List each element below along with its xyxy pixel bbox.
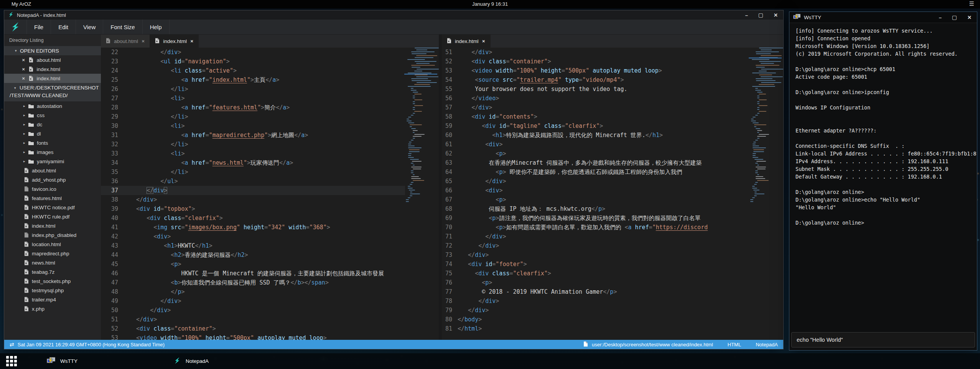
code-line-48[interactable]: 48 </p>	[101, 287, 405, 296]
editor-tab-index.html[interactable]: index.html ✕	[150, 35, 199, 48]
maximize-icon[interactable]: ▢	[758, 12, 763, 18]
line-number[interactable]: 28	[101, 103, 124, 112]
line-number[interactable]: 39	[101, 204, 124, 213]
file-item[interactable]: trailer.mp4	[4, 295, 101, 304]
line-number[interactable]: 56	[442, 94, 455, 103]
folder-item-css[interactable]: ▸ css	[4, 111, 101, 120]
file-item[interactable]: test_sockets.php	[4, 276, 101, 286]
line-number[interactable]: 62	[442, 149, 455, 158]
code-line-62[interactable]: 62 <p>	[442, 149, 749, 158]
file-item[interactable]: favicon.ico	[4, 184, 101, 194]
file-item[interactable]: location.html	[4, 240, 101, 249]
code-line-44[interactable]: 44 <h2>香港的建築伺服器</h2>	[101, 250, 405, 260]
code-line-69[interactable]: 69 <p>請注意，我們的伺服器為確保玩家及遊玩時的質素，我們對的服器開啟了白名…	[442, 213, 749, 223]
menu-item-view[interactable]: View	[76, 20, 103, 34]
line-number[interactable]: 45	[101, 260, 124, 269]
minimize-icon[interactable]: –	[939, 15, 942, 20]
code-line-78[interactable]: 78 </div>	[442, 296, 749, 306]
code-line-54[interactable]: 54 <source src="trailer.mp4" type="video…	[442, 75, 749, 84]
line-number[interactable]: 25	[101, 75, 124, 84]
line-number[interactable]: 48	[101, 287, 124, 296]
folder-item-dc[interactable]: ▸ dc	[4, 120, 101, 129]
line-number[interactable]: 57	[442, 103, 455, 112]
line-number[interactable]: 42	[101, 232, 124, 241]
folder-item-dl[interactable]: ▸ dl	[4, 129, 101, 138]
line-number[interactable]: 77	[442, 287, 455, 296]
section-open-editors[interactable]: ▾ OPEN EDITORS	[4, 46, 101, 55]
line-number[interactable]: 53	[442, 66, 455, 75]
code-line-57[interactable]: 57 </div>	[442, 103, 749, 112]
line-number[interactable]: 41	[101, 223, 124, 232]
line-number[interactable]: 53	[101, 333, 124, 340]
line-number[interactable]: 66	[442, 186, 455, 195]
line-number[interactable]: 43	[101, 241, 124, 250]
file-item[interactable]: index.php_disabled	[4, 230, 101, 240]
minimize-icon[interactable]: –	[745, 13, 748, 18]
hamburger-menu-icon[interactable]: ☰	[969, 0, 974, 7]
line-number[interactable]: 79	[442, 306, 455, 315]
line-number[interactable]: 75	[442, 269, 455, 278]
line-number[interactable]: 40	[101, 213, 124, 223]
line-number[interactable]: 36	[101, 177, 124, 186]
code-line-75[interactable]: 75 <div class="clearfix">	[442, 269, 749, 278]
open-editor-item[interactable]: ✕ about.html	[4, 55, 101, 65]
line-number[interactable]: 61	[442, 140, 455, 149]
line-number[interactable]: 69	[442, 213, 455, 223]
line-number[interactable]: 46	[101, 269, 124, 278]
file-item[interactable]: features.html	[4, 194, 101, 203]
code-line-53[interactable]: 53 <video width="100%" height="500px" au…	[442, 66, 749, 75]
line-number[interactable]: 65	[442, 177, 455, 186]
maximize-icon[interactable]: ▢	[952, 15, 957, 20]
line-number[interactable]: 74	[442, 260, 455, 269]
line-number[interactable]: 30	[101, 121, 124, 131]
code-line-29[interactable]: 29 </li>	[101, 112, 405, 121]
code-line-27[interactable]: 27 <li>	[101, 94, 405, 103]
editor-tab-index.html[interactable]: index.html ✕	[442, 35, 491, 48]
code-line-73[interactable]: 73 </div>	[442, 250, 749, 260]
app-launcher-grid-icon[interactable]	[6, 356, 17, 366]
code-line-58[interactable]: 58 <div id="contents">	[442, 112, 749, 121]
menu-item-help[interactable]: Help	[143, 20, 170, 34]
code-line-31[interactable]: 31 <a href="mapredirect.php">網上地圖</a>	[101, 131, 405, 140]
line-number[interactable]: 64	[442, 167, 455, 177]
code-lines-left[interactable]: 22 </div>23 <ul id="navigation">24 <li c…	[101, 48, 405, 340]
line-number[interactable]: 81	[442, 324, 455, 333]
code-line-66[interactable]: 66 <div>	[442, 186, 749, 195]
code-line-81[interactable]: 81</html>	[442, 324, 749, 333]
file-item[interactable]: about.html	[4, 166, 101, 175]
code-line-77[interactable]: 77 © 2018 - 2019 HKWTC Animation Gamer</…	[442, 287, 749, 296]
code-line-26[interactable]: 26 </li>	[101, 84, 405, 94]
line-number[interactable]: 72	[442, 241, 455, 250]
line-number[interactable]: 32	[101, 140, 124, 149]
code-line-67[interactable]: 67 <p>	[442, 195, 749, 204]
code-line-59[interactable]: 59 <div id="tagline" class="clearfix">	[442, 121, 749, 131]
status-app-name[interactable]: NotepadA	[756, 342, 778, 347]
code-line-61[interactable]: 61 <div>	[442, 140, 749, 149]
editor-tab-about.html[interactable]: about.html ✕	[101, 35, 150, 48]
code-line-72[interactable]: 72 </div>	[442, 241, 749, 250]
code-line-52[interactable]: 52 <div class="container">	[101, 324, 405, 333]
open-editor-item[interactable]: ✕ index.html	[4, 65, 101, 74]
line-number[interactable]: 29	[101, 112, 124, 121]
code-line-56[interactable]: 56 </video>	[442, 94, 749, 103]
open-editor-item[interactable]: ✕ index.html	[4, 74, 101, 83]
menu-item-font-size[interactable]: Font Size	[103, 20, 142, 34]
code-line-37[interactable]: 37 </div>	[101, 186, 405, 195]
terminal-output[interactable]: [info] Conencting to arozos WsTTY servic…	[789, 23, 977, 328]
code-line-51[interactable]: 51 </div>	[101, 315, 405, 324]
line-number[interactable]: 73	[442, 250, 455, 260]
line-number[interactable]: 54	[442, 75, 455, 84]
code-line-49[interactable]: 49 </div>	[101, 296, 405, 306]
code-line-43[interactable]: 43 <h1>HKWTC</h1>	[101, 241, 405, 250]
line-number[interactable]: 51	[101, 315, 124, 324]
line-number[interactable]: 52	[101, 324, 124, 333]
close-icon[interactable]: ✕	[774, 13, 778, 18]
code-line-80[interactable]: 80</body>	[442, 315, 749, 324]
line-number[interactable]: 50	[101, 306, 124, 315]
code-line-47[interactable]: 47 <b>你知道我們全線伺服器已轉用 SSD 了嗎？</b></span>	[101, 278, 405, 287]
folder-item-images[interactable]: ▸ images	[4, 147, 101, 157]
close-icon[interactable]: ✕	[22, 58, 25, 62]
wstty-title-bar[interactable]: WsTTY – ▢ ✕	[789, 12, 977, 23]
code-line-22[interactable]: 22 </div>	[101, 48, 405, 57]
line-number[interactable]: 67	[442, 195, 455, 204]
